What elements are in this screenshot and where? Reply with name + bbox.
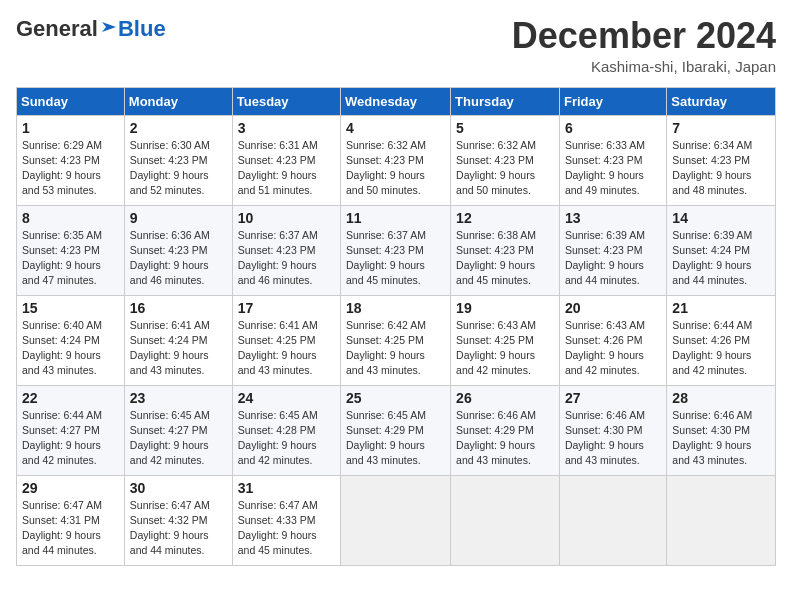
day-number: 28	[672, 390, 770, 406]
day-detail: Sunrise: 6:31 AMSunset: 4:23 PMDaylight:…	[238, 138, 335, 199]
calendar-cell: 28Sunrise: 6:46 AMSunset: 4:30 PMDayligh…	[667, 385, 776, 475]
calendar-cell: 2Sunrise: 6:30 AMSunset: 4:23 PMDaylight…	[124, 115, 232, 205]
logo-general-text: General	[16, 16, 98, 42]
calendar-cell	[667, 475, 776, 565]
day-detail: Sunrise: 6:30 AMSunset: 4:23 PMDaylight:…	[130, 138, 227, 199]
day-detail: Sunrise: 6:40 AMSunset: 4:24 PMDaylight:…	[22, 318, 119, 379]
day-detail: Sunrise: 6:41 AMSunset: 4:24 PMDaylight:…	[130, 318, 227, 379]
calendar-cell: 9Sunrise: 6:36 AMSunset: 4:23 PMDaylight…	[124, 205, 232, 295]
weekday-header-sunday: Sunday	[17, 87, 125, 115]
day-detail: Sunrise: 6:46 AMSunset: 4:30 PMDaylight:…	[565, 408, 661, 469]
calendar-cell: 3Sunrise: 6:31 AMSunset: 4:23 PMDaylight…	[232, 115, 340, 205]
calendar-cell: 20Sunrise: 6:43 AMSunset: 4:26 PMDayligh…	[559, 295, 666, 385]
calendar-cell	[559, 475, 666, 565]
day-detail: Sunrise: 6:37 AMSunset: 4:23 PMDaylight:…	[346, 228, 445, 289]
day-detail: Sunrise: 6:39 AMSunset: 4:23 PMDaylight:…	[565, 228, 661, 289]
day-detail: Sunrise: 6:43 AMSunset: 4:26 PMDaylight:…	[565, 318, 661, 379]
calendar-cell: 8Sunrise: 6:35 AMSunset: 4:23 PMDaylight…	[17, 205, 125, 295]
calendar-cell: 14Sunrise: 6:39 AMSunset: 4:24 PMDayligh…	[667, 205, 776, 295]
logo-blue-text: Blue	[118, 16, 166, 42]
calendar-week-row: 8Sunrise: 6:35 AMSunset: 4:23 PMDaylight…	[17, 205, 776, 295]
day-detail: Sunrise: 6:36 AMSunset: 4:23 PMDaylight:…	[130, 228, 227, 289]
day-detail: Sunrise: 6:38 AMSunset: 4:23 PMDaylight:…	[456, 228, 554, 289]
day-detail: Sunrise: 6:45 AMSunset: 4:28 PMDaylight:…	[238, 408, 335, 469]
calendar-cell: 5Sunrise: 6:32 AMSunset: 4:23 PMDaylight…	[451, 115, 560, 205]
day-number: 27	[565, 390, 661, 406]
calendar-cell: 17Sunrise: 6:41 AMSunset: 4:25 PMDayligh…	[232, 295, 340, 385]
day-number: 24	[238, 390, 335, 406]
weekday-header-thursday: Thursday	[451, 87, 560, 115]
day-number: 21	[672, 300, 770, 316]
weekday-header-monday: Monday	[124, 87, 232, 115]
day-number: 12	[456, 210, 554, 226]
day-detail: Sunrise: 6:41 AMSunset: 4:25 PMDaylight:…	[238, 318, 335, 379]
calendar-cell: 7Sunrise: 6:34 AMSunset: 4:23 PMDaylight…	[667, 115, 776, 205]
day-number: 11	[346, 210, 445, 226]
calendar-cell: 25Sunrise: 6:45 AMSunset: 4:29 PMDayligh…	[341, 385, 451, 475]
day-number: 20	[565, 300, 661, 316]
calendar-cell: 1Sunrise: 6:29 AMSunset: 4:23 PMDaylight…	[17, 115, 125, 205]
day-detail: Sunrise: 6:46 AMSunset: 4:30 PMDaylight:…	[672, 408, 770, 469]
day-detail: Sunrise: 6:39 AMSunset: 4:24 PMDaylight:…	[672, 228, 770, 289]
svg-marker-0	[102, 22, 116, 32]
logo-arrow-icon	[100, 18, 118, 36]
calendar-cell: 23Sunrise: 6:45 AMSunset: 4:27 PMDayligh…	[124, 385, 232, 475]
weekday-header-friday: Friday	[559, 87, 666, 115]
day-number: 7	[672, 120, 770, 136]
day-number: 1	[22, 120, 119, 136]
day-detail: Sunrise: 6:29 AMSunset: 4:23 PMDaylight:…	[22, 138, 119, 199]
day-detail: Sunrise: 6:37 AMSunset: 4:23 PMDaylight:…	[238, 228, 335, 289]
day-number: 14	[672, 210, 770, 226]
day-detail: Sunrise: 6:44 AMSunset: 4:27 PMDaylight:…	[22, 408, 119, 469]
calendar-cell: 27Sunrise: 6:46 AMSunset: 4:30 PMDayligh…	[559, 385, 666, 475]
day-detail: Sunrise: 6:47 AMSunset: 4:33 PMDaylight:…	[238, 498, 335, 559]
calendar-week-row: 1Sunrise: 6:29 AMSunset: 4:23 PMDaylight…	[17, 115, 776, 205]
calendar-cell: 21Sunrise: 6:44 AMSunset: 4:26 PMDayligh…	[667, 295, 776, 385]
calendar-cell: 12Sunrise: 6:38 AMSunset: 4:23 PMDayligh…	[451, 205, 560, 295]
calendar-cell	[341, 475, 451, 565]
calendar-cell: 6Sunrise: 6:33 AMSunset: 4:23 PMDaylight…	[559, 115, 666, 205]
calendar-cell: 24Sunrise: 6:45 AMSunset: 4:28 PMDayligh…	[232, 385, 340, 475]
day-detail: Sunrise: 6:42 AMSunset: 4:25 PMDaylight:…	[346, 318, 445, 379]
calendar-table: SundayMondayTuesdayWednesdayThursdayFrid…	[16, 87, 776, 566]
day-number: 9	[130, 210, 227, 226]
day-number: 16	[130, 300, 227, 316]
day-number: 18	[346, 300, 445, 316]
day-detail: Sunrise: 6:32 AMSunset: 4:23 PMDaylight:…	[456, 138, 554, 199]
day-number: 26	[456, 390, 554, 406]
day-number: 8	[22, 210, 119, 226]
day-detail: Sunrise: 6:46 AMSunset: 4:29 PMDaylight:…	[456, 408, 554, 469]
day-number: 2	[130, 120, 227, 136]
calendar-cell: 13Sunrise: 6:39 AMSunset: 4:23 PMDayligh…	[559, 205, 666, 295]
day-detail: Sunrise: 6:43 AMSunset: 4:25 PMDaylight:…	[456, 318, 554, 379]
calendar-cell: 31Sunrise: 6:47 AMSunset: 4:33 PMDayligh…	[232, 475, 340, 565]
day-number: 10	[238, 210, 335, 226]
calendar-cell: 11Sunrise: 6:37 AMSunset: 4:23 PMDayligh…	[341, 205, 451, 295]
calendar-cell: 16Sunrise: 6:41 AMSunset: 4:24 PMDayligh…	[124, 295, 232, 385]
weekday-header-tuesday: Tuesday	[232, 87, 340, 115]
day-number: 30	[130, 480, 227, 496]
calendar-cell: 26Sunrise: 6:46 AMSunset: 4:29 PMDayligh…	[451, 385, 560, 475]
day-number: 15	[22, 300, 119, 316]
day-detail: Sunrise: 6:32 AMSunset: 4:23 PMDaylight:…	[346, 138, 445, 199]
calendar-cell: 4Sunrise: 6:32 AMSunset: 4:23 PMDaylight…	[341, 115, 451, 205]
weekday-header-row: SundayMondayTuesdayWednesdayThursdayFrid…	[17, 87, 776, 115]
calendar-cell: 15Sunrise: 6:40 AMSunset: 4:24 PMDayligh…	[17, 295, 125, 385]
day-number: 22	[22, 390, 119, 406]
calendar-cell: 10Sunrise: 6:37 AMSunset: 4:23 PMDayligh…	[232, 205, 340, 295]
day-detail: Sunrise: 6:44 AMSunset: 4:26 PMDaylight:…	[672, 318, 770, 379]
day-number: 17	[238, 300, 335, 316]
location-text: Kashima-shi, Ibaraki, Japan	[512, 58, 776, 75]
day-detail: Sunrise: 6:45 AMSunset: 4:29 PMDaylight:…	[346, 408, 445, 469]
day-detail: Sunrise: 6:33 AMSunset: 4:23 PMDaylight:…	[565, 138, 661, 199]
day-detail: Sunrise: 6:45 AMSunset: 4:27 PMDaylight:…	[130, 408, 227, 469]
day-detail: Sunrise: 6:35 AMSunset: 4:23 PMDaylight:…	[22, 228, 119, 289]
calendar-cell	[451, 475, 560, 565]
month-title: December 2024	[512, 16, 776, 56]
day-number: 19	[456, 300, 554, 316]
day-detail: Sunrise: 6:34 AMSunset: 4:23 PMDaylight:…	[672, 138, 770, 199]
day-number: 31	[238, 480, 335, 496]
day-number: 25	[346, 390, 445, 406]
calendar-week-row: 29Sunrise: 6:47 AMSunset: 4:31 PMDayligh…	[17, 475, 776, 565]
page-header: General Blue December 2024 Kashima-shi, …	[16, 16, 776, 75]
